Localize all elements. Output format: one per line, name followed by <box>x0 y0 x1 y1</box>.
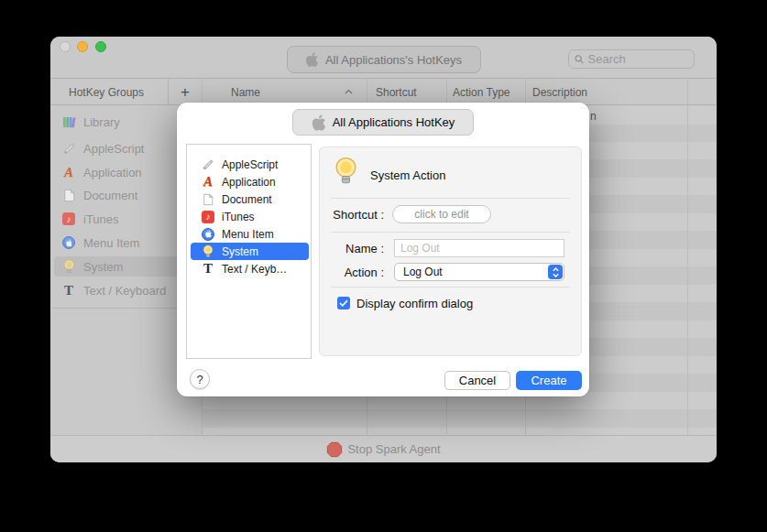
create-button[interactable]: Create <box>516 371 582 390</box>
type-item-applescript[interactable]: AppleScript <box>191 156 309 173</box>
hotkeys-scope-button[interactable]: All Applications's HotKeys <box>287 46 481 73</box>
divider <box>331 232 570 233</box>
shortcut-edit-button[interactable]: click to edit <box>392 205 491 223</box>
add-group-button[interactable]: + <box>168 79 202 105</box>
checkmark-icon <box>339 299 348 307</box>
applescript-icon <box>202 157 214 171</box>
system-lightbulb-icon <box>334 156 357 188</box>
dialog-title: All Applications HotKey <box>333 115 455 129</box>
sidebar-item-label: Document <box>83 189 137 202</box>
minimize-window-button[interactable] <box>77 41 88 52</box>
column-header-description[interactable]: Description <box>532 86 587 99</box>
column-divider <box>687 78 688 435</box>
popup-stepper-icon <box>548 265 563 279</box>
type-item-label: Document <box>222 193 272 206</box>
display-confirm-label: Display confirm dialog <box>356 297 473 310</box>
sidebar-item-label: Library <box>83 115 120 129</box>
sidebar-item-label: Application <box>83 166 142 179</box>
application-icon: A <box>202 175 214 189</box>
sort-ascending-icon[interactable] <box>345 89 353 94</box>
hotkey-type-list: AppleScript A Application Document ♪ iTu… <box>186 144 312 359</box>
applescript-icon <box>61 141 76 156</box>
column-header-action-type[interactable]: Action Type <box>453 86 510 99</box>
sidebar-header: HotKey Groups <box>69 86 144 99</box>
divider <box>331 287 570 288</box>
column-header-shortcut[interactable]: Shortcut <box>376 86 417 99</box>
close-window-button[interactable] <box>60 41 71 52</box>
dialog-title-button: All Applications HotKey <box>292 109 474 136</box>
divider <box>331 198 570 199</box>
itunes-icon: ♪ <box>202 210 214 223</box>
titlebar: All Applications's HotKeys <box>50 37 717 78</box>
type-item-system[interactable]: System <box>191 243 309 260</box>
sidebar-item-label: iTunes <box>83 212 119 226</box>
type-item-application[interactable]: A Application <box>191 173 309 190</box>
name-field[interactable] <box>394 239 564 257</box>
table-row-text-fragment: n <box>590 110 597 123</box>
sidebar-item-label: AppleScript <box>83 142 144 156</box>
column-header-name[interactable]: Name <box>231 86 260 99</box>
sidebar-item-label: System <box>83 260 123 274</box>
help-button[interactable]: ? <box>190 369 210 389</box>
application-icon: A <box>61 165 76 179</box>
statusbar: Stop Spark Agent <box>50 435 717 462</box>
apple-logo-icon <box>305 51 319 68</box>
menu-item-icon <box>61 235 76 250</box>
type-item-label: iTunes <box>222 211 255 223</box>
search-icon <box>575 54 585 65</box>
type-item-label: Text / Keyb… <box>222 263 287 276</box>
apple-logo-icon <box>312 114 326 132</box>
type-item-label: System <box>222 245 258 258</box>
text-icon: T <box>202 262 214 276</box>
library-icon <box>61 114 76 129</box>
type-item-itunes[interactable]: ♪ iTunes <box>191 208 309 225</box>
zoom-window-button[interactable] <box>95 41 106 52</box>
display-confirm-checkbox[interactable] <box>337 297 350 309</box>
type-item-document[interactable]: Document <box>191 190 309 208</box>
name-label: Name : <box>320 242 384 255</box>
type-item-menu-item[interactable]: Menu Item <box>191 225 309 243</box>
create-hotkey-dialog: All Applications HotKey AppleScript A Ap… <box>177 103 589 396</box>
type-item-text-keyboard[interactable]: T Text / Keyb… <box>191 260 309 277</box>
search-field[interactable] <box>568 49 695 69</box>
system-lightbulb-icon <box>61 259 76 274</box>
stop-spark-agent-button[interactable]: Stop Spark Agent <box>347 442 440 456</box>
stop-sign-icon <box>326 441 343 458</box>
search-input[interactable] <box>588 52 688 66</box>
system-action-panel: System Action Shortcut : click to edit N… <box>319 147 582 356</box>
panel-heading: System Action <box>370 168 445 182</box>
sidebar-item-label: Text / Keyboard <box>83 284 166 298</box>
screen: All Applications's HotKeys HotKey Groups… <box>0 0 767 532</box>
sidebar-item-label: Menu Item <box>83 236 139 250</box>
document-icon <box>61 188 76 202</box>
action-select[interactable]: Log Out <box>394 263 564 281</box>
type-item-label: Menu Item <box>222 228 274 241</box>
shortcut-label: Shortcut : <box>320 208 384 222</box>
hotkeys-scope-label: All Applications's HotKeys <box>325 53 462 67</box>
system-lightbulb-icon <box>202 244 214 258</box>
action-select-value: Log Out <box>403 266 443 278</box>
cancel-button[interactable]: Cancel <box>444 371 510 390</box>
action-label: Action : <box>320 266 384 279</box>
text-icon: T <box>61 283 76 298</box>
type-item-label: AppleScript <box>222 158 278 171</box>
type-item-label: Application <box>222 176 276 189</box>
itunes-icon: ♪ <box>61 212 76 226</box>
column-header-band: HotKey Groups + Name Shortcut Action Typ… <box>50 78 717 105</box>
menu-item-icon <box>202 227 214 241</box>
document-icon <box>202 192 214 206</box>
